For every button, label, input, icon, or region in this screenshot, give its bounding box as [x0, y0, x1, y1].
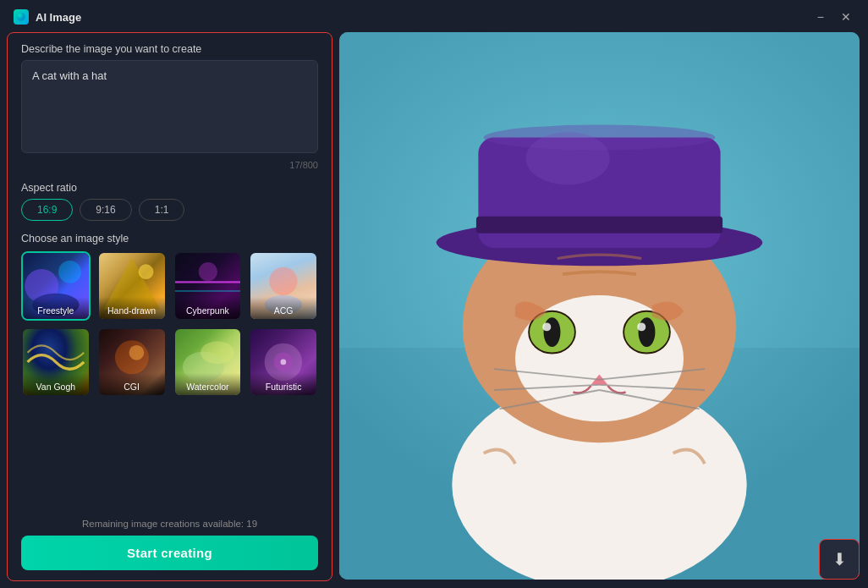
- describe-label: Describe the image you want to create: [21, 43, 318, 55]
- aspect-ratio-label: Aspect ratio: [21, 182, 318, 194]
- describe-section: Describe the image you want to create A …: [21, 43, 318, 170]
- svg-point-0: [17, 13, 25, 21]
- style-cgi[interactable]: CGI: [97, 327, 167, 397]
- svg-point-2: [58, 261, 81, 283]
- prompt-textarea[interactable]: A cat with a hat: [21, 60, 318, 153]
- svg-rect-6: [175, 281, 241, 283]
- style-vangogh[interactable]: Van Gogh: [21, 327, 91, 397]
- ratio-9-16[interactable]: 9:16: [80, 199, 131, 221]
- svg-point-36: [639, 317, 656, 347]
- style-grid: Freestyle Hand-drawn: [21, 251, 318, 397]
- svg-point-8: [198, 262, 217, 281]
- style-acg[interactable]: ACG: [249, 251, 318, 321]
- title-controls: − ✕: [814, 9, 854, 25]
- app-icon: [14, 9, 29, 25]
- style-futuristic-label: Futuristic: [250, 373, 316, 395]
- svg-rect-7: [175, 290, 241, 291]
- svg-point-14: [200, 341, 233, 364]
- svg-point-17: [281, 359, 287, 365]
- svg-point-31: [525, 132, 610, 184]
- style-hand-drawn-label: Hand-drawn: [99, 297, 165, 319]
- svg-point-9: [269, 267, 297, 295]
- right-panel: ⬇: [339, 32, 868, 588]
- main-layout: Describe the image you want to create A …: [0, 32, 868, 588]
- generated-image-display: [339, 32, 860, 580]
- style-watercolor[interactable]: Watercolor: [173, 327, 243, 397]
- remaining-text: Remaining image creations available: 19: [21, 519, 318, 529]
- style-cyberpunk[interactable]: Cyberpunk: [173, 251, 243, 321]
- ratio-16-9[interactable]: 16:9: [21, 199, 73, 221]
- left-panel: Describe the image you want to create A …: [7, 32, 332, 581]
- download-area: ⬇: [819, 539, 860, 580]
- style-acg-label: ACG: [250, 297, 316, 319]
- download-icon: ⬇: [832, 549, 847, 569]
- svg-point-12: [129, 345, 144, 360]
- svg-rect-29: [476, 217, 722, 234]
- style-hand-drawn[interactable]: Hand-drawn: [97, 251, 167, 321]
- style-freestyle[interactable]: Freestyle: [21, 251, 91, 321]
- start-creating-button[interactable]: Start creating: [21, 536, 318, 570]
- svg-point-35: [544, 317, 561, 347]
- close-button[interactable]: ✕: [838, 9, 854, 25]
- ratio-1-1[interactable]: 1:1: [139, 199, 185, 221]
- style-futuristic[interactable]: Futuristic: [249, 327, 318, 397]
- download-button[interactable]: ⬇: [819, 539, 860, 580]
- left-panel-bottom: Remaining image creations available: 19 …: [21, 519, 318, 570]
- svg-point-37: [542, 322, 551, 331]
- style-cyberpunk-label: Cyberpunk: [175, 297, 241, 319]
- cat-image: [339, 32, 860, 580]
- minimize-button[interactable]: −: [814, 9, 827, 25]
- svg-point-38: [637, 322, 646, 331]
- title-bar: AI Image − ✕: [0, 0, 868, 32]
- char-count: 17/800: [21, 160, 318, 170]
- title-bar-left: AI Image: [14, 9, 81, 25]
- window-title: AI Image: [36, 11, 81, 24]
- ratio-buttons: 16:9 9:16 1:1: [21, 199, 318, 221]
- style-section: Choose an image style Freestyle: [21, 233, 318, 397]
- svg-point-5: [138, 264, 153, 279]
- style-freestyle-label: Freestyle: [23, 297, 89, 319]
- style-watercolor-label: Watercolor: [175, 373, 241, 395]
- style-cgi-label: CGI: [99, 373, 165, 395]
- style-label: Choose an image style: [21, 233, 318, 245]
- style-vangogh-label: Van Gogh: [23, 373, 89, 395]
- aspect-ratio-section: Aspect ratio 16:9 9:16 1:1: [21, 182, 318, 221]
